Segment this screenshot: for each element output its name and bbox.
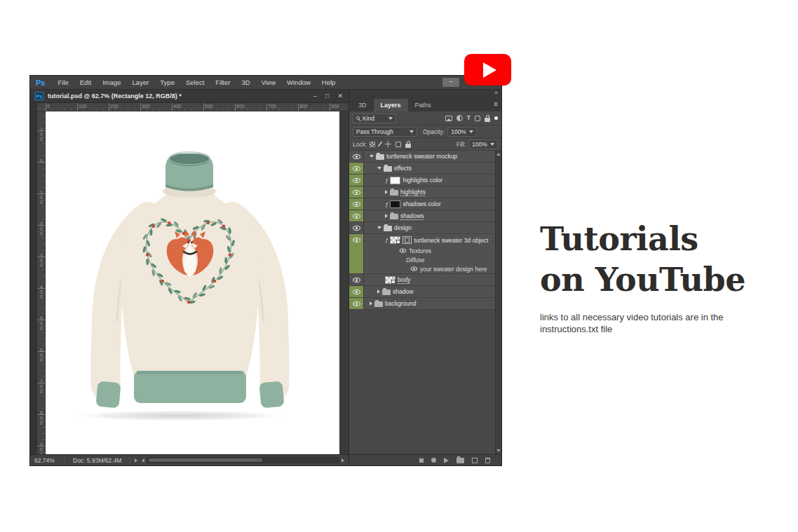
tab-paths[interactable]: Paths (408, 99, 438, 111)
layer-row-body[interactable]: body (349, 274, 495, 286)
visibility-eye-icon[interactable] (353, 238, 360, 243)
layer-name[interactable]: shadows color (403, 200, 440, 207)
smart-object-thumbnail[interactable] (390, 236, 400, 244)
layer-thumbnail[interactable] (390, 200, 400, 208)
zoom-level[interactable]: 62.74% (30, 457, 64, 464)
layer-name[interactable]: shadows (400, 212, 424, 219)
layer-row-shadows-color[interactable]: ƒshadows color (349, 198, 495, 210)
link-layers-icon[interactable] (419, 458, 424, 463)
menu-item-type[interactable]: Type (154, 79, 180, 86)
visibility-toggle[interactable] (349, 210, 364, 221)
add-layer-style-icon[interactable] (444, 458, 449, 463)
layer-row-turtleneck-sweater-3d-object[interactable]: ƒturtleneck sweater 3d objectTexturesDif… (349, 234, 495, 274)
expander-icon[interactable] (377, 226, 381, 229)
menu-item-filter[interactable]: Filter (210, 79, 236, 86)
lock-paint-icon[interactable] (378, 141, 383, 146)
menu-item-edit[interactable]: Edit (74, 79, 97, 86)
visibility-toggle[interactable] (349, 163, 364, 174)
layer-row-turtleneck-sweater-mockup[interactable]: turtleneck sweater mockup (349, 151, 495, 163)
filter-pixel-layers-icon[interactable] (445, 116, 452, 121)
scroll-left-icon[interactable] (142, 458, 144, 463)
status-options-arrow[interactable] (135, 458, 137, 463)
layer-name[interactable]: effects (394, 165, 412, 172)
filter-adjustment-layers-icon[interactable] (457, 115, 463, 121)
layer-name[interactable]: turtleneck sweater mockup (386, 153, 457, 160)
expander-icon[interactable] (385, 190, 388, 194)
visibility-toggle[interactable] (349, 234, 364, 273)
horizontal-ruler[interactable]: 0100200300400500600700800900 (37, 103, 349, 111)
doc-close-button[interactable]: ✕ (337, 93, 343, 100)
canvas[interactable] (46, 111, 339, 455)
visibility-eye-icon[interactable] (353, 166, 360, 171)
lock-artboard-icon[interactable] (395, 142, 401, 147)
layer-name[interactable]: background (385, 300, 416, 307)
layer-row-shadow[interactable]: shadow (349, 286, 495, 298)
new-group-icon[interactable] (457, 458, 464, 463)
tab-layers[interactable]: Layers (374, 99, 408, 111)
expander-icon[interactable] (377, 289, 380, 294)
opacity-select[interactable]: 100% (447, 127, 477, 137)
layer-sub-row[interactable]: Diffuse (364, 255, 495, 264)
visibility-eye-icon[interactable] (353, 202, 360, 207)
layer-sub-row[interactable]: Textures (364, 246, 495, 255)
layer-name[interactable]: design (394, 224, 412, 231)
layer-name[interactable]: highlights (400, 189, 426, 196)
visibility-toggle[interactable] (349, 151, 364, 162)
visibility-toggle[interactable] (349, 298, 364, 309)
blend-mode-select[interactable]: Pass Through (353, 127, 417, 137)
menu-item-file[interactable]: File (52, 79, 74, 86)
fill-select[interactable]: 100% (468, 139, 498, 149)
layer-row-highlights[interactable]: highlights (349, 186, 495, 198)
lock-all-icon[interactable] (405, 144, 411, 148)
visibility-eye-icon[interactable] (411, 267, 417, 271)
layer-row-effects[interactable]: effects (349, 163, 495, 175)
visibility-eye-icon[interactable] (353, 289, 360, 294)
new-layer-icon[interactable] (472, 458, 478, 463)
menu-item-3d[interactable]: 3D (236, 79, 255, 86)
collapse-panels-icon[interactable]: » (494, 89, 497, 96)
tab-3d[interactable]: 3D (351, 99, 374, 111)
expander-icon[interactable] (370, 155, 374, 158)
visibility-eye-icon[interactable] (353, 226, 360, 231)
expander-icon[interactable] (385, 214, 388, 218)
smart-object-thumbnail[interactable] (385, 276, 395, 284)
visibility-eye-icon[interactable] (353, 214, 360, 219)
filter-shape-layers-icon[interactable] (475, 116, 480, 121)
visibility-eye-icon[interactable] (353, 278, 360, 282)
filter-smart-objects-icon[interactable] (485, 118, 490, 122)
menu-item-image[interactable]: Image (97, 79, 126, 86)
layer-name[interactable]: body (398, 276, 410, 283)
menu-item-layer[interactable]: Layer (127, 79, 155, 86)
layer-thumbnail[interactable] (390, 177, 400, 184)
menu-item-view[interactable]: View (256, 79, 281, 86)
horizontal-scrollbar[interactable] (142, 457, 344, 463)
menu-item-help[interactable]: Help (316, 79, 341, 86)
visibility-toggle[interactable] (349, 286, 364, 297)
layer-sub-row[interactable]: your sweater design here (364, 264, 495, 273)
lock-position-icon[interactable] (385, 141, 391, 147)
layer-row-background[interactable]: background (349, 298, 495, 310)
visibility-toggle[interactable] (349, 198, 364, 210)
layer-name[interactable]: highlights color (403, 177, 442, 184)
menu-item-select[interactable]: Select (180, 79, 210, 86)
app-minimize-button[interactable]: – (442, 78, 459, 87)
visibility-toggle[interactable] (349, 175, 364, 186)
layer-row-design[interactable]: design (349, 222, 495, 234)
layer-name[interactable]: shadow (393, 288, 413, 295)
visibility-eye-icon[interactable] (400, 249, 406, 253)
visibility-eye-icon[interactable] (353, 190, 360, 195)
scrollbar-track[interactable] (147, 457, 339, 463)
menu-item-window[interactable]: Window (281, 79, 316, 86)
panel-menu-icon[interactable]: ≡ (494, 100, 498, 108)
document-title-bar[interactable]: Ps tutorial.psd @ 62.7% (Rectangle 12, R… (30, 90, 349, 103)
expander-icon[interactable] (377, 167, 381, 170)
scroll-down-icon[interactable] (496, 449, 501, 452)
doc-minimize-button[interactable]: – (313, 93, 317, 100)
add-adjustment-layer-icon[interactable] (431, 458, 436, 463)
layer-row-shadows[interactable]: shadows (349, 210, 495, 222)
scroll-right-icon[interactable] (341, 458, 344, 463)
lock-transparency-icon[interactable] (370, 142, 375, 147)
doc-maximize-button[interactable]: □ (325, 93, 329, 100)
vertical-ruler[interactable]: 1000100200300400500600700800900 (37, 111, 46, 454)
filter-type-layers-icon[interactable]: T (467, 115, 471, 121)
